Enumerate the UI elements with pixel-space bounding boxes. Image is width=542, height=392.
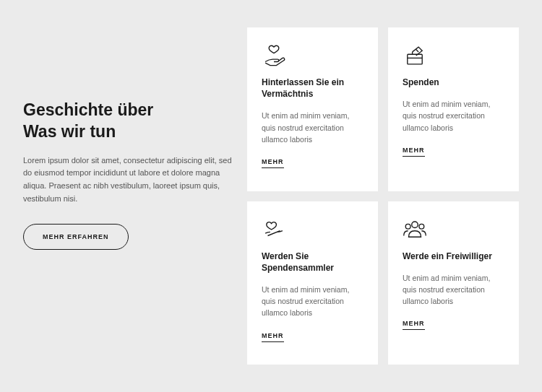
card-body: Ut enim ad minim veniam, quis nostrud ex… <box>262 284 364 319</box>
more-link[interactable]: MEHR <box>262 158 284 168</box>
hand-heart-icon <box>262 43 364 69</box>
hands-heart-icon <box>262 217 364 243</box>
donation-box-icon <box>403 43 504 69</box>
svg-point-5 <box>405 224 410 229</box>
svg-point-4 <box>412 221 418 227</box>
card-title: Spenden <box>403 77 504 88</box>
card-fundraiser: Werden Sie Spendensammler Ut enim ad min… <box>247 201 378 365</box>
learn-more-button[interactable]: MEHR ERFAHREN <box>23 224 129 250</box>
heading-line-1: Geschichte über <box>23 100 153 119</box>
svg-line-3 <box>416 50 418 52</box>
intro-body: Lorem ipsum dolor sit amet, consectetur … <box>23 154 233 205</box>
card-body: Ut enim ad minim veniam, quis nostrud ex… <box>262 110 364 145</box>
heading-line-2: Was wir tun <box>23 122 116 141</box>
svg-point-6 <box>419 224 424 229</box>
card-title: Werden Sie Spendensammler <box>262 251 364 274</box>
cards-grid: Hinterlassen Sie ein Vermächtnis Ut enim… <box>247 27 519 365</box>
card-legacy: Hinterlassen Sie ein Vermächtnis Ut enim… <box>247 27 378 191</box>
card-donate: Spenden Ut enim ad minim veniam, quis no… <box>388 27 519 191</box>
card-title: Hinterlassen Sie ein Vermächtnis <box>262 77 364 100</box>
card-body: Ut enim ad minim veniam, quis nostrud ex… <box>403 98 504 134</box>
intro-heading: Geschichte über Was wir tun <box>23 100 233 143</box>
more-link[interactable]: MEHR <box>403 320 425 330</box>
card-volunteer: Werde ein Freiwilliger Ut enim ad minim … <box>388 201 519 365</box>
group-icon <box>403 217 504 243</box>
intro-section: Geschichte über Was wir tun Lorem ipsum … <box>23 27 233 365</box>
card-title: Werde ein Freiwilliger <box>403 251 504 262</box>
card-body: Ut enim ad minim veniam, quis nostrud ex… <box>403 272 504 308</box>
svg-rect-0 <box>408 54 422 64</box>
more-link[interactable]: MEHR <box>262 332 284 342</box>
more-link[interactable]: MEHR <box>403 147 425 157</box>
